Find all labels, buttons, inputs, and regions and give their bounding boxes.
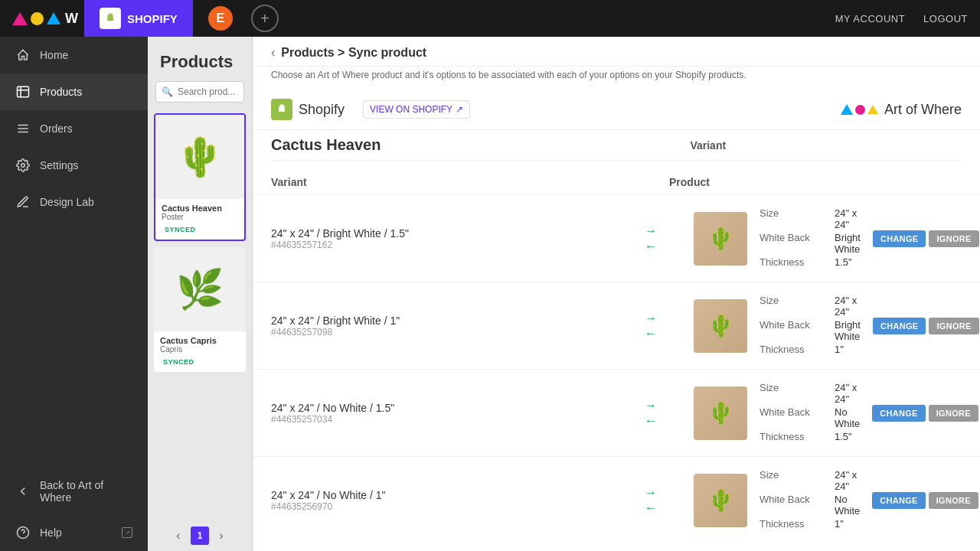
action-buttons: CHANGE IGNORE UNSYNC (873, 230, 980, 247)
product-attributes: Size 24" x 24" White Back Bright White T… (760, 207, 861, 269)
product-right: 🌵 Size 24" x 24" White Back No White Thi… (694, 469, 980, 531)
canvas-art: 🌵 (694, 386, 747, 440)
shopify-tab-label: SHOPIFY (127, 12, 178, 25)
view-on-shopify-button[interactable]: VIEW ON SHOPIFY ↗ (363, 100, 470, 119)
app-logo: W (12, 11, 78, 27)
arrow-right-icon: → (645, 486, 657, 500)
change-button[interactable]: CHANGE (873, 230, 926, 247)
sidebar-item-design-lab[interactable]: Design Lab (0, 184, 148, 220)
variant-info: 24" x 24" / Bright White / 1.5" #4463525… (271, 227, 608, 250)
product-thumbnail: 🌵 (694, 386, 747, 440)
attr-white-back: White Back Bright White (760, 319, 861, 342)
sidebar-settings-label: Settings (40, 159, 132, 171)
size-label: Size (760, 469, 828, 492)
white-back-value: Bright White (835, 319, 861, 342)
variant-arrows: → ← (620, 486, 681, 515)
size-value: 24" x 24" (835, 469, 860, 492)
product-card-badge: SYNCED (162, 225, 199, 234)
white-back-label: White Back (760, 494, 828, 517)
arrow-right-icon: → (645, 224, 657, 238)
canvas-art: 🌵 (694, 212, 747, 266)
shopify-tab[interactable]: SHOPIFY (84, 0, 193, 37)
product-attributes: Size 24" x 24" White Back No White Thick… (760, 469, 860, 531)
attr-white-back: White Back No White (760, 406, 860, 429)
variant-arrows: → ← (620, 224, 681, 253)
sidebar-item-back[interactable]: Back to Art of Where (0, 468, 148, 514)
breadcrumb-bar: ‹ Products > Sync product (253, 37, 980, 67)
product-card-type-2: Capris (160, 345, 240, 354)
change-button[interactable]: CHANGE (872, 492, 925, 509)
shopify-header: Shopify VIEW ON SHOPIFY ↗ (271, 99, 639, 120)
change-button[interactable]: CHANGE (873, 318, 926, 334)
svg-point-6 (21, 164, 25, 168)
breadcrumb-back-button[interactable]: ‹ (271, 46, 275, 60)
product-card-image-2: 🌿 (154, 247, 246, 331)
white-back-value: No White (835, 406, 860, 429)
variant-col-header: Variant (271, 176, 608, 188)
settings-icon (15, 158, 31, 173)
sidebar-products-label: Products (40, 86, 132, 98)
aow-logo (841, 104, 878, 115)
sidebar-spacer (0, 220, 148, 468)
product-card-cactus-capris[interactable]: 🌿 Cactus Capris Capris SYNCED (154, 247, 246, 372)
product-card-cactus-heaven[interactable]: 🌵 Cactus Heaven Poster SYNCED (154, 113, 246, 241)
help-icon (15, 525, 31, 540)
sidebar-help-label: Help (40, 527, 113, 539)
attr-white-back: White Back Bright White (760, 232, 861, 255)
product-title-row: Cactus Heaven Variant (253, 130, 980, 170)
product-card-type: Poster (162, 213, 238, 221)
size-label: Size (760, 382, 828, 405)
ignore-button[interactable]: IGNORE (929, 405, 978, 422)
thickness-value: 1" (835, 518, 844, 530)
products-search-wrapper: 🔍 (148, 81, 252, 110)
sidebar-design-lab-label: Design Lab (40, 196, 132, 208)
white-back-label: White Back (760, 232, 828, 255)
etsy-tab[interactable]: E (193, 0, 248, 37)
col-variant-header: Variant (690, 139, 751, 152)
logout-link[interactable]: LOGOUT (923, 13, 968, 24)
thickness-label: Thickness (760, 344, 828, 355)
product-card-name-2: Cactus Capris (160, 336, 240, 345)
aow-circle-pink-icon (855, 105, 865, 115)
attr-size: Size 24" x 24" (760, 207, 861, 230)
variant-name: 24" x 24" / Bright White / 1" (271, 315, 608, 327)
sidebar-item-help[interactable]: Help ↗ (0, 514, 148, 551)
variant-name: 24" x 24" / Bright White / 1.5" (271, 227, 608, 240)
variants-table: 24" x 24" / Bright White / 1.5" #4463525… (253, 194, 980, 551)
table-row: 24" x 24" / No White / 1" #44635256970 →… (253, 456, 980, 543)
action-buttons: CHANGE IGNoRe UNSYNC (872, 492, 980, 509)
size-value: 24" x 24" (835, 207, 861, 230)
ignore-button[interactable]: IGNoRe (929, 492, 978, 509)
arrow-left-icon: ← (645, 240, 657, 253)
thickness-label: Thickness (760, 431, 828, 442)
main-content: ‹ Products > Sync product Choose an Art … (253, 37, 980, 551)
product-card-info-2: Cactus Capris Capris SYNCED (154, 331, 246, 372)
table-row: 24" x 24" / Bright White / 1" #446352570… (253, 282, 980, 369)
products-panel: Products 🔍 🌵 Cactus Heaven Poster SYNCED… (148, 37, 253, 551)
sidebar-item-products[interactable]: Products (0, 73, 148, 110)
ignore-button[interactable]: IGNORE (929, 318, 978, 334)
platform-headers: Shopify VIEW ON SHOPIFY ↗ Art of Where (253, 90, 980, 130)
thickness-value: 1.5" (835, 431, 852, 442)
view-on-shopify-label: VIEW ON SHOPIFY (370, 104, 452, 115)
add-platform-button[interactable]: + (251, 5, 279, 32)
my-account-link[interactable]: MY ACCOUNT (835, 13, 905, 24)
search-icon: 🔍 (162, 86, 173, 97)
logo-w-icon: W (65, 11, 78, 27)
variant-id: #44635257162 (271, 240, 608, 250)
sidebar-item-settings[interactable]: Settings (0, 147, 148, 184)
aow-triangle-blue-icon (841, 104, 853, 115)
change-button[interactable]: CHANGE (872, 405, 925, 422)
product-card-badge-2: SYNCED (160, 357, 198, 367)
sidebar-item-home[interactable]: Home (0, 37, 148, 73)
product-right: 🌵 Size 24" x 24" White Back Bright White… (694, 207, 980, 269)
pagination-next-button[interactable]: › (212, 527, 230, 545)
product-right: 🌵 Size 24" x 24" White Back No White Thi… (694, 382, 980, 444)
table-row: 24" x 24" / Bright White / 1.5" #4463525… (253, 194, 980, 282)
product-card-image: 🌵 (155, 115, 244, 199)
sidebar-item-orders[interactable]: Orders (0, 110, 148, 147)
ignore-button[interactable]: IGNORE (929, 230, 978, 247)
sidebar: Home Products Orders Settings Design Lab (0, 37, 148, 551)
product-thumbnail: 🌵 (694, 299, 747, 353)
pagination-prev-button[interactable]: ‹ (169, 527, 188, 545)
